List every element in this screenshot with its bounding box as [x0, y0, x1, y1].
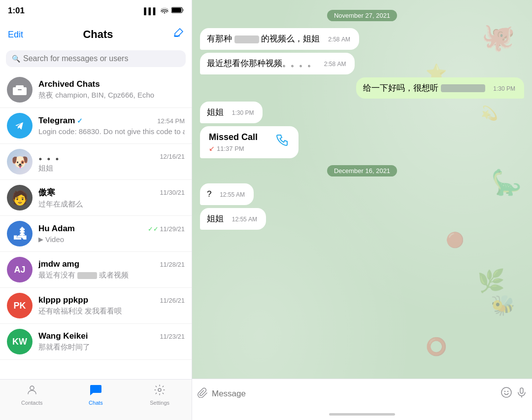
- avatar-klppp: PK: [7, 293, 33, 318]
- jiemei-time: 12/16/21: [160, 153, 185, 160]
- message-row-6: ? 12:55 AM: [200, 183, 524, 205]
- telegram-chat-info: Telegram ✓ 12:54 PM Login code: 86830. D…: [38, 116, 185, 136]
- msg-time-4: 1:30 PM: [230, 109, 256, 116]
- message-row-7: 姐姐 12:55 AM: [200, 208, 524, 230]
- msg-time-6: 12:55 AM: [218, 191, 247, 198]
- telegram-preview: Login code: 86830. Do not give this code…: [38, 127, 185, 136]
- missed-call-left: Missed Call ↙ 11:37 PM: [209, 132, 258, 152]
- message-bubble-3: 给一下好吗，很想听 1:30 PM: [356, 77, 524, 99]
- chat-item-jmdw[interactable]: AJ jmdw amg 11/28/21 最近有没有 ████ 或者视频: [0, 252, 192, 288]
- wifi-icon: [161, 7, 168, 15]
- avatar-jiemei: 🐶: [7, 149, 33, 175]
- svg-point-10: [504, 390, 505, 391]
- svg-point-11: [507, 390, 508, 391]
- aohao-preview: 过年在成都么: [38, 200, 185, 209]
- chat-item-archived[interactable]: Archived Chats 熬夜 champion, BIN, Cpz666,…: [0, 72, 192, 108]
- edit-button[interactable]: Edit: [8, 30, 23, 40]
- message-row-4: 姐姐 1:30 PM: [200, 102, 524, 123]
- settings-icon: [154, 384, 166, 399]
- svg-rect-2: [183, 9, 184, 11]
- avatar-wang: KW: [7, 329, 33, 354]
- mic-icon[interactable]: [516, 387, 527, 401]
- chat-item-wang[interactable]: KW Wang Keikei 11/23/21 那就看你时间了: [0, 324, 192, 360]
- input-area: [192, 379, 532, 408]
- svg-point-8: [158, 388, 161, 391]
- msg-time-3: 1:30 PM: [491, 85, 517, 92]
- missed-arrow-icon: ↙: [209, 144, 215, 152]
- chat-item-telegram[interactable]: Telegram ✓ 12:54 PM Login code: 86830. D…: [0, 108, 192, 144]
- date-divider-dec16: December 16, 2021: [200, 165, 524, 176]
- chat-item-jiemei[interactable]: 🐶 。。。 12/16/21 姐姐: [0, 144, 192, 180]
- tab-contacts[interactable]: Contacts: [12, 384, 52, 406]
- jmdw-preview: 最近有没有 ████ 或者视频: [38, 271, 185, 280]
- battery-icon: [171, 7, 184, 15]
- signal-icon: ▌▌▌: [144, 7, 158, 15]
- chat-list: Archived Chats 熬夜 champion, BIN, Cpz666,…: [0, 72, 192, 379]
- archived-preview: 熬夜 champion, BIN, Cpz666, Echo: [38, 91, 185, 100]
- message-row-1: 有那种 的视频么，姐姐 2:58 AM: [200, 28, 524, 50]
- tab-settings[interactable]: Settings: [140, 384, 179, 406]
- right-panel: 🐙 ⭐ 🦕 🔴 🌿 ⭕ 🐝 💫 November 27, 2021 有那种 的视…: [192, 0, 532, 420]
- klppp-time: 11/26/21: [160, 297, 185, 304]
- klppp-preview: 还有啥福利没 发我看看呗: [38, 307, 185, 316]
- avatar-telegram: [7, 113, 33, 139]
- missed-call-time: 11:37 PM: [217, 145, 244, 152]
- tab-chats[interactable]: Chats: [76, 384, 115, 406]
- left-panel: 1:01 ▌▌▌ Edit Chats: [0, 0, 192, 420]
- status-time: 1:01: [8, 6, 25, 16]
- telegram-time: 12:54 PM: [157, 117, 185, 125]
- home-indicator: [192, 408, 532, 420]
- message-bubble-4: 姐姐 1:30 PM: [200, 102, 263, 123]
- call-phone-icon: [275, 133, 290, 151]
- chat-item-huadam[interactable]: 🏞 Hu Adam ✓✓11/29/21 ▶ Video: [0, 216, 192, 252]
- message-input[interactable]: [212, 389, 497, 399]
- jmdw-chat-info: jmdw amg 11/28/21 最近有没有 ████ 或者视频: [38, 259, 185, 280]
- tab-chats-label: Chats: [89, 400, 103, 406]
- message-row-missed-call: Missed Call ↙ 11:37 PM: [200, 126, 524, 158]
- attach-icon[interactable]: [197, 387, 208, 401]
- verified-icon: ✓: [77, 117, 83, 125]
- emoji-icon[interactable]: [500, 386, 512, 401]
- message-bubble-1: 有那种 的视频么，姐姐 2:58 AM: [200, 28, 359, 50]
- svg-rect-12: [520, 388, 523, 393]
- messages-area: November 27, 2021 有那种 的视频么，姐姐 2:58 AM 最近…: [192, 0, 532, 379]
- missed-call-title: Missed Call: [209, 132, 258, 142]
- tab-settings-label: Settings: [150, 400, 169, 406]
- jiemei-name: 。。。: [38, 151, 64, 162]
- jiemei-chat-info: 。。。 12/16/21 姐姐: [38, 151, 185, 173]
- bottom-tabs: Contacts Chats Settings: [0, 379, 192, 420]
- date-pill-dec16: December 16, 2021: [327, 165, 397, 176]
- message-bubble-6: ? 12:55 AM: [200, 183, 254, 205]
- chat-item-klppp[interactable]: PK klppp ppkpp 11/26/21 还有啥福利没 发我看看呗: [0, 288, 192, 324]
- jmdw-time: 11/28/21: [160, 261, 185, 268]
- telegram-name: Telegram ✓: [38, 116, 83, 126]
- message-bubble-2: 最近想看你那种视频。。。。 2:58 AM: [200, 53, 355, 74]
- msg-time-7: 12:55 AM: [230, 216, 259, 223]
- huadam-chat-info: Hu Adam ✓✓11/29/21 ▶ Video: [38, 224, 185, 244]
- huadam-name: Hu Adam: [38, 224, 75, 234]
- wang-time: 11/23/21: [160, 333, 185, 340]
- svg-rect-1: [172, 8, 181, 12]
- archived-name: Archived Chats: [38, 79, 100, 89]
- jiemei-preview: 姐姐: [38, 164, 185, 173]
- chat-item-aohao[interactable]: 🧑 傲寒 11/30/21 过年在成都么: [0, 180, 192, 216]
- search-bar[interactable]: 🔍: [6, 50, 186, 67]
- klppp-name: klppp ppkpp: [38, 295, 88, 305]
- aohao-name: 傲寒: [38, 187, 55, 198]
- contacts-icon: [26, 384, 38, 399]
- status-bar: 1:01 ▌▌▌: [0, 0, 192, 22]
- compose-button[interactable]: [173, 28, 184, 41]
- msg-time-2: 2:58 AM: [322, 61, 348, 68]
- aohao-chat-info: 傲寒 11/30/21 过年在成都么: [38, 187, 185, 209]
- date-pill-nov27: November 27, 2021: [327, 10, 397, 21]
- huadam-preview: ▶ Video: [38, 235, 185, 244]
- avatar-aohao: 🧑: [7, 185, 33, 210]
- search-input[interactable]: [23, 54, 180, 63]
- date-divider-nov27: November 27, 2021: [200, 10, 524, 21]
- avatar-huadam: 🏞: [7, 221, 33, 246]
- avatar-archived: [7, 77, 33, 103]
- huadam-time: ✓✓11/29/21: [148, 225, 185, 233]
- msg-time-1: 2:58 AM: [326, 36, 352, 43]
- svg-point-7: [30, 386, 34, 390]
- message-row-3: 给一下好吗，很想听 1:30 PM: [200, 77, 524, 99]
